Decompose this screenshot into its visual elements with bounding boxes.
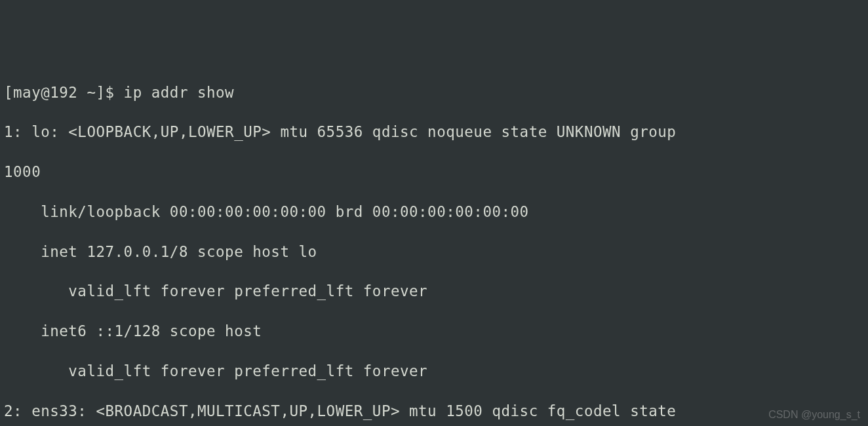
output-line: link/loopback 00:00:00:00:00:00 brd 00:0…	[4, 202, 864, 222]
watermark-text: CSDN @young_s_t	[768, 408, 860, 422]
command-text: ip addr show	[124, 84, 235, 101]
output-line: 2: ens33: <BROADCAST,MULTICAST,UP,LOWER_…	[4, 401, 864, 421]
prompt-line[interactable]: [may@192 ~]$ ip addr show	[4, 83, 864, 102]
output-line: inet 127.0.0.1/8 scope host lo	[4, 242, 864, 261]
output-line: 1000	[4, 162, 864, 182]
output-line: 1: lo: <LOOPBACK,UP,LOWER_UP> mtu 65536 …	[4, 122, 864, 142]
output-line: valid_lft forever preferred_lft forever	[4, 281, 864, 301]
output-line: valid_lft forever preferred_lft forever	[4, 361, 864, 381]
shell-prompt: [may@192 ~]$	[4, 84, 124, 101]
output-line: inet6 ::1/128 scope host	[4, 321, 864, 341]
